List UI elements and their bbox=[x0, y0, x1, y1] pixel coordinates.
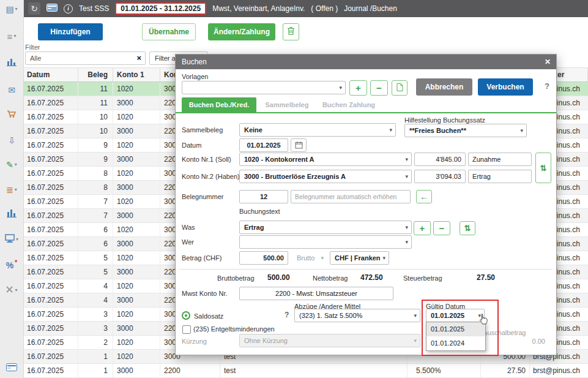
table-cell: 3 bbox=[78, 308, 113, 321]
tools-icon bbox=[6, 285, 13, 296]
sidebar-item-edit[interactable]: ✎ ▾ bbox=[0, 157, 23, 173]
refresh-button[interactable]: ↻ bbox=[28, 2, 40, 15]
sidebar-item-orders[interactable]: ≣ ▾ bbox=[0, 182, 23, 198]
sidebar-item-cart[interactable] bbox=[0, 107, 23, 123]
table-cell: 10 bbox=[78, 110, 113, 124]
wer-select[interactable]: ▾ bbox=[239, 235, 412, 249]
table-cell: 3000 bbox=[113, 322, 160, 335]
vorlagen-label: Vorlagen bbox=[182, 73, 208, 80]
belegnummer-input[interactable]: 12 bbox=[239, 190, 288, 203]
uebernahme-button[interactable]: Übernahme bbox=[142, 23, 196, 40]
sidebar-item-menu[interactable]: ≡ ▾ bbox=[0, 28, 23, 44]
dialog-titlebar[interactable]: Buchen ✕ bbox=[176, 55, 556, 69]
kuerzung-label: Kürzung bbox=[182, 338, 207, 345]
chevron-down-icon: ▾ bbox=[15, 162, 17, 167]
help-icon[interactable]: ? bbox=[545, 81, 549, 91]
tab-buchen-zahlung[interactable]: Buchen Zahlung bbox=[319, 97, 379, 112]
chevron-down-icon: ▾ bbox=[16, 237, 18, 242]
mwst-konto-input[interactable]: 2200 - Mwst: Umsatzsteuer bbox=[239, 287, 393, 300]
swap-konten-button[interactable]: ⇅ bbox=[535, 153, 551, 183]
aendern-zahlung-button[interactable]: Ändern/Zahlung bbox=[208, 23, 275, 40]
abzuege-select[interactable]: (323) 1. Satz 5.500% ▾ bbox=[294, 309, 420, 322]
template-add-button[interactable]: + bbox=[349, 80, 367, 96]
table-cell: 16.07.2025 bbox=[23, 153, 78, 166]
was-value: Ertrag bbox=[244, 224, 264, 231]
gueltig-option[interactable]: 01.01.2024 bbox=[426, 336, 485, 350]
sidebar-item-mail[interactable]: ✉ bbox=[0, 82, 23, 98]
beleg-prev-button[interactable]: ← bbox=[416, 190, 432, 203]
was-select[interactable]: Ertrag ▾ bbox=[239, 221, 412, 234]
status-label: ( Offen ) bbox=[311, 4, 338, 13]
asterisk-icon: * bbox=[15, 259, 17, 266]
template-copy-button[interactable] bbox=[392, 80, 408, 96]
konto2-select[interactable]: 3000 - Bruttoerlöse Erzeugnis A ▾ bbox=[239, 170, 412, 183]
close-icon[interactable]: ✕ bbox=[545, 55, 551, 69]
gueltig-option[interactable]: 01.01.2025 bbox=[426, 322, 485, 336]
table-cell: 10 bbox=[78, 124, 113, 138]
table-cell: 5.500% bbox=[408, 364, 481, 377]
cart-icon bbox=[7, 110, 17, 121]
table-cell: 2200 bbox=[160, 364, 220, 377]
table-cell: brst@pinus.ch bbox=[530, 364, 588, 377]
calendar-button[interactable] bbox=[291, 138, 307, 152]
chevron-down-icon: ▾ bbox=[15, 288, 17, 293]
sammelbeleg-select[interactable]: Keine ▾ bbox=[239, 123, 396, 137]
chevron-down-icon: ▾ bbox=[382, 252, 385, 264]
was-swap-button[interactable]: ⇅ bbox=[460, 221, 475, 235]
sidebar-item-download[interactable]: ⇩ bbox=[0, 132, 23, 148]
sidebar-item-mwst[interactable]: % * bbox=[0, 257, 23, 273]
hilfestellung-select[interactable]: **Freies Buchen** ▾ bbox=[404, 124, 527, 137]
delete-button[interactable] bbox=[283, 23, 299, 40]
clear-filter-icon[interactable]: × bbox=[136, 52, 141, 64]
beleg-auto-field[interactable]: Belegnummer automatisch erhöhen bbox=[291, 190, 411, 203]
pauschal-value: 0.00 bbox=[502, 338, 545, 345]
add-button[interactable]: Hinzufügen bbox=[38, 23, 103, 40]
table-row[interactable]: 16.07.2025130002200test5.500%27.50brst@p… bbox=[23, 364, 588, 378]
sidebar-item-card[interactable] bbox=[0, 360, 23, 376]
column-header[interactable]: Beleg bbox=[78, 68, 113, 81]
konto2-value: 3000 - Bruttoerlöse Erzeugnis A bbox=[244, 173, 346, 180]
column-header[interactable]: Datum bbox=[23, 68, 78, 81]
form-icon: ▤ bbox=[6, 5, 13, 13]
sidebar-item-form[interactable]: ▤ ▾ bbox=[0, 1, 23, 17]
period-selector[interactable]: 01.01.2025 - 31.12.2025 bbox=[115, 2, 206, 15]
tab-sammelbeleg[interactable]: Sammelbeleg bbox=[261, 97, 313, 112]
sidebar-item-monitor[interactable]: ▾ bbox=[0, 232, 23, 248]
sidebar-item-chart[interactable] bbox=[0, 55, 23, 71]
buchungstext-label: Buchungstext bbox=[239, 208, 280, 215]
betrag-input[interactable]: 500.00 bbox=[239, 251, 288, 265]
arrow-left-icon: ← bbox=[420, 192, 428, 202]
view-title: Journal /Buchen bbox=[344, 4, 397, 13]
konto1-select[interactable]: 1020 - Kontokorrent A ▾ bbox=[239, 153, 412, 166]
vorlagen-select[interactable]: ▾ bbox=[182, 81, 346, 94]
currency-select[interactable]: CHF | Franken ▾ bbox=[330, 251, 389, 265]
table-cell: 7 bbox=[78, 195, 113, 208]
saldosatz-radio[interactable] bbox=[182, 311, 190, 320]
sidebar-item-reports[interactable] bbox=[0, 206, 23, 222]
steuerbetrag-value: 27.50 bbox=[477, 273, 495, 282]
gueltig-select[interactable]: 01.01.2025 ▾ bbox=[426, 309, 485, 322]
tab-buchen-debkred[interactable]: Buchen Deb./Kred. bbox=[182, 97, 256, 112]
cancel-button[interactable]: Abbrechen bbox=[416, 78, 472, 96]
table-cell: 6 bbox=[78, 237, 113, 251]
trash-icon bbox=[287, 26, 295, 37]
table-cell: 3000 bbox=[113, 237, 160, 251]
filter-input[interactable]: Alle × bbox=[25, 51, 146, 65]
was-add-button[interactable]: + bbox=[414, 221, 431, 235]
table-cell: 16.07.2025 bbox=[23, 138, 78, 152]
table-cell: 16.07.2025 bbox=[23, 237, 78, 251]
table-cell: 1020 bbox=[113, 350, 160, 363]
submit-button[interactable]: Verbuchen bbox=[478, 78, 533, 96]
template-remove-button[interactable]: − bbox=[370, 80, 388, 96]
mwst-help-icon[interactable]: ? bbox=[285, 311, 289, 319]
entgelt-checkbox[interactable] bbox=[182, 325, 191, 334]
datum-input[interactable]: 01.01.2025 bbox=[239, 138, 288, 152]
column-header[interactable]: Konto 1 bbox=[113, 68, 160, 81]
was-label: Was bbox=[182, 224, 195, 231]
was-remove-button[interactable]: − bbox=[433, 221, 450, 235]
info-icon[interactable]: i bbox=[64, 4, 73, 13]
brutto-select[interactable]: Brutto ▾ bbox=[292, 251, 327, 265]
calendar-icon bbox=[295, 141, 303, 150]
card-icon[interactable] bbox=[47, 4, 58, 13]
sidebar-item-tools[interactable]: ▾ bbox=[0, 282, 23, 298]
